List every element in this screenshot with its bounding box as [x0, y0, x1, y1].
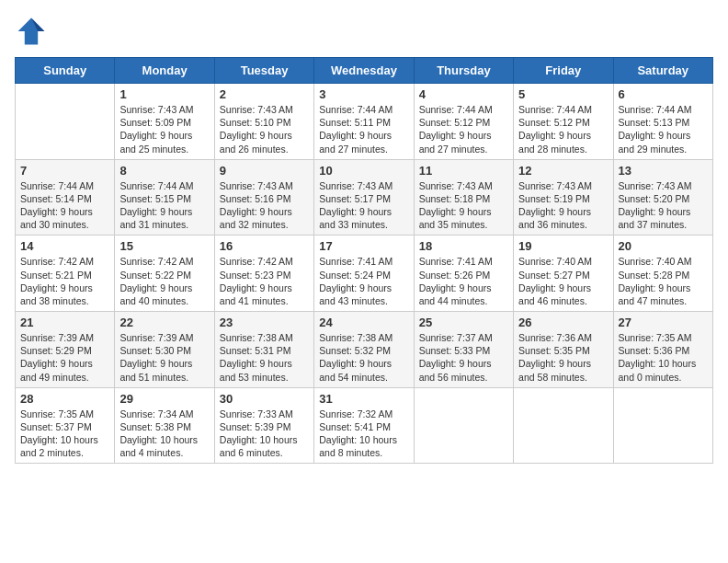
calendar-cell: 4Sunrise: 7:44 AMSunset: 5:12 PMDaylight…: [414, 84, 513, 160]
calendar-cell: 3Sunrise: 7:44 AMSunset: 5:11 PMDaylight…: [314, 84, 414, 160]
calendar-cell: 31Sunrise: 7:32 AMSunset: 5:41 PMDayligh…: [314, 387, 414, 464]
day-number: 21: [20, 316, 109, 329]
day-info: Sunrise: 7:43 AMSunset: 5:20 PMDaylight:…: [619, 179, 708, 232]
calendar-week-row: 14Sunrise: 7:42 AMSunset: 5:21 PMDayligh…: [16, 236, 713, 312]
day-number: 16: [220, 239, 309, 253]
day-number: 11: [419, 164, 508, 178]
calendar-cell: 6Sunrise: 7:44 AMSunset: 5:13 PMDaylight…: [613, 84, 712, 160]
day-number: 29: [119, 392, 209, 406]
day-number: 5: [518, 87, 608, 101]
day-number: 15: [119, 239, 209, 253]
weekday-header: Saturday: [613, 58, 712, 84]
day-info: Sunrise: 7:34 AMSunset: 5:38 PMDaylight:…: [119, 408, 209, 460]
calendar-cell: 7Sunrise: 7:44 AMSunset: 5:14 PMDaylight…: [16, 159, 115, 236]
calendar-cell: 28Sunrise: 7:35 AMSunset: 5:37 PMDayligh…: [16, 387, 115, 464]
day-number: 3: [319, 87, 408, 101]
day-info: Sunrise: 7:43 AMSunset: 5:17 PMDaylight:…: [319, 179, 408, 232]
page-container: SundayMondayTuesdayWednesdayThursdayFrid…: [0, 0, 728, 473]
day-info: Sunrise: 7:35 AMSunset: 5:37 PMDaylight:…: [20, 408, 109, 460]
day-number: 2: [220, 87, 309, 101]
calendar-cell: [613, 387, 712, 464]
day-info: Sunrise: 7:36 AMSunset: 5:35 PMDaylight:…: [518, 331, 608, 384]
day-number: 22: [119, 316, 209, 329]
calendar-cell: 18Sunrise: 7:41 AMSunset: 5:26 PMDayligh…: [414, 236, 513, 312]
calendar-cell: 10Sunrise: 7:43 AMSunset: 5:17 PMDayligh…: [314, 159, 414, 236]
day-number: 24: [319, 316, 408, 329]
day-info: Sunrise: 7:38 AMSunset: 5:31 PMDaylight:…: [220, 331, 309, 384]
weekday-header: Monday: [115, 58, 214, 84]
calendar-cell: 1Sunrise: 7:43 AMSunset: 5:09 PMDaylight…: [115, 84, 214, 160]
day-number: 23: [220, 316, 309, 329]
weekday-header: Wednesday: [314, 58, 414, 84]
weekday-header: Thursday: [414, 58, 513, 84]
calendar-cell: 5Sunrise: 7:44 AMSunset: 5:12 PMDaylight…: [514, 84, 613, 160]
calendar-cell: 8Sunrise: 7:44 AMSunset: 5:15 PMDaylight…: [115, 159, 214, 236]
day-number: 6: [619, 87, 708, 101]
calendar-body: 1Sunrise: 7:43 AMSunset: 5:09 PMDaylight…: [16, 84, 713, 464]
weekday-header: Sunday: [16, 58, 115, 84]
weekday-header: Tuesday: [214, 58, 313, 84]
day-number: 28: [20, 392, 109, 406]
calendar-cell: [414, 387, 513, 464]
day-info: Sunrise: 7:44 AMSunset: 5:11 PMDaylight:…: [319, 103, 408, 155]
day-info: Sunrise: 7:44 AMSunset: 5:12 PMDaylight:…: [419, 103, 508, 155]
calendar-cell: 2Sunrise: 7:43 AMSunset: 5:10 PMDaylight…: [214, 84, 313, 160]
day-number: 25: [419, 316, 508, 329]
day-info: Sunrise: 7:44 AMSunset: 5:12 PMDaylight:…: [518, 103, 608, 155]
calendar-week-row: 28Sunrise: 7:35 AMSunset: 5:37 PMDayligh…: [16, 387, 713, 464]
calendar-cell: 22Sunrise: 7:39 AMSunset: 5:30 PMDayligh…: [115, 312, 214, 388]
calendar-week-row: 1Sunrise: 7:43 AMSunset: 5:09 PMDaylight…: [16, 84, 713, 160]
day-info: Sunrise: 7:38 AMSunset: 5:32 PMDaylight:…: [319, 331, 408, 384]
day-number: 18: [419, 239, 508, 253]
day-info: Sunrise: 7:40 AMSunset: 5:27 PMDaylight:…: [518, 255, 608, 307]
page-header: [15, 15, 713, 48]
calendar-cell: 30Sunrise: 7:33 AMSunset: 5:39 PMDayligh…: [214, 387, 313, 464]
calendar-cell: 12Sunrise: 7:43 AMSunset: 5:19 PMDayligh…: [514, 159, 613, 236]
day-number: 9: [220, 164, 309, 178]
calendar-cell: 17Sunrise: 7:41 AMSunset: 5:24 PMDayligh…: [314, 236, 414, 312]
calendar-cell: [514, 387, 613, 464]
day-info: Sunrise: 7:42 AMSunset: 5:21 PMDaylight:…: [20, 255, 109, 307]
day-info: Sunrise: 7:39 AMSunset: 5:30 PMDaylight:…: [119, 331, 209, 384]
day-info: Sunrise: 7:43 AMSunset: 5:18 PMDaylight:…: [419, 179, 508, 232]
day-number: 17: [319, 239, 408, 253]
day-number: 1: [119, 87, 209, 101]
day-number: 7: [20, 164, 109, 178]
day-number: 4: [419, 87, 508, 101]
calendar-header: SundayMondayTuesdayWednesdayThursdayFrid…: [16, 58, 713, 84]
calendar-week-row: 7Sunrise: 7:44 AMSunset: 5:14 PMDaylight…: [16, 159, 713, 236]
day-info: Sunrise: 7:44 AMSunset: 5:13 PMDaylight:…: [619, 103, 708, 155]
day-info: Sunrise: 7:44 AMSunset: 5:15 PMDaylight:…: [119, 179, 209, 232]
day-info: Sunrise: 7:41 AMSunset: 5:26 PMDaylight:…: [419, 255, 508, 307]
day-info: Sunrise: 7:43 AMSunset: 5:16 PMDaylight:…: [220, 179, 309, 232]
day-info: Sunrise: 7:43 AMSunset: 5:19 PMDaylight:…: [518, 179, 608, 232]
day-info: Sunrise: 7:43 AMSunset: 5:09 PMDaylight:…: [119, 103, 209, 155]
day-number: 10: [319, 164, 408, 178]
day-number: 31: [319, 392, 408, 406]
day-info: Sunrise: 7:37 AMSunset: 5:33 PMDaylight:…: [419, 331, 508, 384]
day-number: 20: [619, 239, 708, 253]
day-info: Sunrise: 7:42 AMSunset: 5:22 PMDaylight:…: [119, 255, 209, 307]
calendar-cell: 15Sunrise: 7:42 AMSunset: 5:22 PMDayligh…: [115, 236, 214, 312]
day-number: 12: [518, 164, 608, 178]
day-number: 30: [220, 392, 309, 406]
calendar-cell: 19Sunrise: 7:40 AMSunset: 5:27 PMDayligh…: [514, 236, 613, 312]
calendar-cell: 26Sunrise: 7:36 AMSunset: 5:35 PMDayligh…: [514, 312, 613, 388]
day-info: Sunrise: 7:32 AMSunset: 5:41 PMDaylight:…: [319, 408, 408, 460]
logo-icon: [15, 15, 48, 48]
calendar-week-row: 21Sunrise: 7:39 AMSunset: 5:29 PMDayligh…: [16, 312, 713, 388]
calendar-cell: 24Sunrise: 7:38 AMSunset: 5:32 PMDayligh…: [314, 312, 414, 388]
calendar-cell: 11Sunrise: 7:43 AMSunset: 5:18 PMDayligh…: [414, 159, 513, 236]
calendar-cell: 14Sunrise: 7:42 AMSunset: 5:21 PMDayligh…: [16, 236, 115, 312]
calendar-cell: 16Sunrise: 7:42 AMSunset: 5:23 PMDayligh…: [214, 236, 313, 312]
day-info: Sunrise: 7:39 AMSunset: 5:29 PMDaylight:…: [20, 331, 109, 384]
calendar-cell: [16, 84, 115, 160]
calendar-cell: 27Sunrise: 7:35 AMSunset: 5:36 PMDayligh…: [613, 312, 712, 388]
calendar-cell: 13Sunrise: 7:43 AMSunset: 5:20 PMDayligh…: [613, 159, 712, 236]
calendar-cell: 29Sunrise: 7:34 AMSunset: 5:38 PMDayligh…: [115, 387, 214, 464]
calendar-cell: 23Sunrise: 7:38 AMSunset: 5:31 PMDayligh…: [214, 312, 313, 388]
calendar-cell: 25Sunrise: 7:37 AMSunset: 5:33 PMDayligh…: [414, 312, 513, 388]
calendar-cell: 21Sunrise: 7:39 AMSunset: 5:29 PMDayligh…: [16, 312, 115, 388]
logo: [15, 15, 51, 48]
day-info: Sunrise: 7:42 AMSunset: 5:23 PMDaylight:…: [220, 255, 309, 307]
